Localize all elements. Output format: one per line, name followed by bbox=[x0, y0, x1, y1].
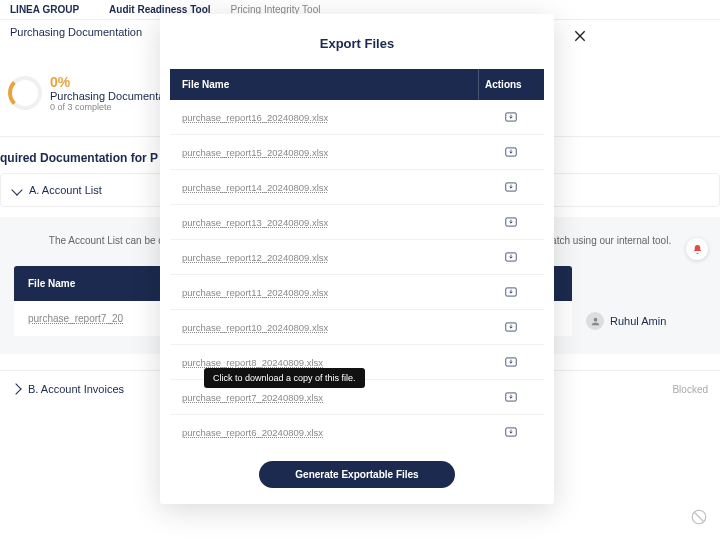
file-link[interactable]: purchase_report12_20240809.xlsx bbox=[182, 252, 328, 263]
modal-title: Export Files bbox=[160, 14, 554, 63]
file-link[interactable]: purchase_report13_20240809.xlsx bbox=[182, 217, 328, 228]
notification-bell[interactable] bbox=[686, 238, 708, 260]
download-tooltip: Click to download a copy of this file. bbox=[204, 368, 365, 388]
file-row: purchase_report6_20240809.xlsx bbox=[170, 415, 544, 449]
file-row: purchase_report16_20240809.xlsx bbox=[170, 100, 544, 135]
col-file-name: File Name bbox=[170, 69, 478, 100]
file-link[interactable]: purchase_report16_20240809.xlsx bbox=[182, 112, 328, 123]
avatar-icon bbox=[586, 312, 604, 330]
progress-sub: 0 of 3 complete bbox=[50, 102, 164, 112]
download-icon[interactable] bbox=[500, 108, 522, 126]
chevron-down-icon bbox=[11, 184, 22, 195]
download-icon[interactable] bbox=[500, 353, 522, 371]
download-icon[interactable] bbox=[500, 423, 522, 441]
col-actions: Actions bbox=[478, 69, 544, 100]
download-icon[interactable] bbox=[500, 283, 522, 301]
download-icon[interactable] bbox=[500, 213, 522, 231]
file-link[interactable]: purchase_report8_20240809.xlsx bbox=[182, 357, 323, 368]
file-link[interactable]: purchase_report7_20240809.xlsx bbox=[182, 392, 323, 403]
file-link[interactable]: purchase_report15_20240809.xlsx bbox=[182, 147, 328, 158]
file-row: purchase_report13_20240809.xlsx bbox=[170, 205, 544, 240]
download-icon[interactable] bbox=[500, 388, 522, 406]
svg-line-1 bbox=[695, 513, 704, 522]
chevron-right-icon bbox=[10, 383, 21, 394]
download-icon[interactable] bbox=[500, 318, 522, 336]
progress-percent: 0% bbox=[50, 74, 164, 90]
generate-button[interactable]: Generate Exportable Files bbox=[259, 461, 454, 488]
progress-ring-icon bbox=[8, 76, 42, 110]
file-row: purchase_report15_20240809.xlsx bbox=[170, 135, 544, 170]
file-link[interactable]: purchase_report14_20240809.xlsx bbox=[182, 182, 328, 193]
file-row: purchase_report14_20240809.xlsx bbox=[170, 170, 544, 205]
export-modal: Export Files File Name Actions purchase_… bbox=[160, 14, 554, 504]
modal-table-header: File Name Actions bbox=[170, 69, 544, 100]
assignee-name: Ruhul Amin bbox=[610, 315, 666, 327]
download-icon[interactable] bbox=[500, 248, 522, 266]
progress-title: Purchasing Documenta bbox=[50, 90, 164, 102]
file-row: purchase_report11_20240809.xlsx bbox=[170, 275, 544, 310]
file-link[interactable]: purchase_report6_20240809.xlsx bbox=[182, 427, 323, 438]
download-icon[interactable] bbox=[500, 143, 522, 161]
file-row: purchase_report12_20240809.xlsx bbox=[170, 240, 544, 275]
file-row: purchase_report10_20240809.xlsx bbox=[170, 310, 544, 345]
blocked-icon bbox=[690, 508, 708, 526]
close-button[interactable] bbox=[572, 28, 588, 48]
brand-logo: LINEA GROUP bbox=[10, 4, 79, 15]
accordion-b-status: Blocked bbox=[672, 384, 708, 395]
file-link[interactable]: purchase_report10_20240809.xlsx bbox=[182, 322, 328, 333]
file-link[interactable]: purchase_report11_20240809.xlsx bbox=[182, 287, 328, 298]
download-icon[interactable] bbox=[500, 178, 522, 196]
accordion-b-label: B. Account Invoices bbox=[28, 383, 124, 395]
assignee[interactable]: Ruhul Amin bbox=[586, 312, 706, 330]
accordion-a-label: A. Account List bbox=[29, 184, 102, 196]
bg-file-link[interactable]: purchase_report7_20 bbox=[28, 313, 123, 324]
